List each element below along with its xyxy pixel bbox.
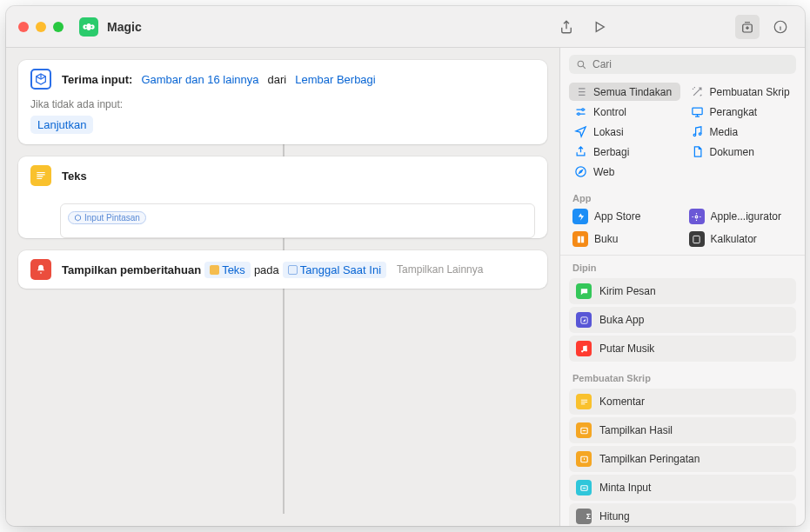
sliders-icon <box>574 105 587 118</box>
scripting-show-result[interactable]: Tampilkan Hasil <box>569 417 796 443</box>
open-app-icon <box>576 312 592 328</box>
text-input-field[interactable]: Input Pintasan <box>60 203 535 238</box>
alert-icon <box>576 451 592 467</box>
app-item-calculator[interactable]: Kalkulator <box>686 229 797 249</box>
search-icon <box>576 59 587 70</box>
pinned-send-message[interactable]: Kirim Pesan <box>569 278 796 304</box>
category-grid: Semua Tindakan Pembuatan Skrip Kontrol <box>560 77 805 186</box>
svg-point-15 <box>585 349 586 351</box>
category-location[interactable]: Lokasi <box>569 123 680 141</box>
from-word: dari <box>268 73 287 86</box>
svg-point-8 <box>693 134 696 136</box>
safari-icon <box>574 165 587 178</box>
scripting-header: Pembuatan Skrip <box>560 366 805 386</box>
music-note-icon <box>691 125 704 138</box>
svg-rect-12 <box>693 236 700 243</box>
configurator-icon <box>689 209 705 224</box>
text-icon <box>30 165 51 186</box>
info-button[interactable] <box>768 15 793 39</box>
device-icon <box>691 105 704 118</box>
share-button[interactable] <box>554 15 579 39</box>
close-button[interactable] <box>18 22 29 32</box>
svg-point-5 <box>582 109 585 111</box>
text-action-title: Teks <box>62 170 87 183</box>
continue-token[interactable]: Lanjutkan <box>30 116 93 134</box>
notification-card[interactable]: Tampilkan pemberitahuan Teks pada Tangga… <box>18 250 547 289</box>
apps-list: App Store Apple...igurator Buku <box>560 206 805 249</box>
svg-point-1 <box>90 26 92 28</box>
actions-sidebar: Semua Tindakan Pembuatan Skrip Kontrol <box>559 48 805 526</box>
wand-icon <box>691 85 704 98</box>
search-field[interactable] <box>569 55 796 74</box>
svg-point-11 <box>695 216 698 218</box>
pinned-play-music[interactable]: Putar Musik <box>569 336 796 362</box>
search-input[interactable] <box>592 58 789 70</box>
share-icon <box>574 145 587 158</box>
svg-point-4 <box>578 61 584 67</box>
text-mini-icon <box>210 265 219 275</box>
appstore-icon <box>572 209 588 224</box>
no-input-label: Jika tidak ada input: <box>30 98 535 110</box>
calculator-icon <box>689 231 705 247</box>
books-icon <box>572 231 588 247</box>
category-web[interactable]: Web <box>569 163 680 181</box>
svg-rect-7 <box>692 108 701 115</box>
app-item-appstore[interactable]: App Store <box>569 206 680 227</box>
category-documents[interactable]: Dokumen <box>686 143 797 161</box>
pill-label: Input Pintasan <box>84 213 140 223</box>
result-icon <box>576 422 592 438</box>
app-icon <box>79 17 98 37</box>
text-action-card[interactable]: Teks Input Pintasan <box>18 156 547 238</box>
window-title: Magic <box>107 20 142 34</box>
app-window: Magic Terima input: Gamb <box>6 6 805 526</box>
bell-icon <box>30 259 51 280</box>
document-icon <box>691 145 704 158</box>
pinned-header: Dipin <box>560 256 805 276</box>
category-all-actions[interactable]: Semua Tindakan <box>569 83 680 101</box>
ask-input-icon <box>576 480 592 495</box>
notify-title: Tampilkan pemberitahuan <box>62 263 201 276</box>
svg-point-14 <box>581 350 583 352</box>
traffic-lights <box>18 22 64 32</box>
calculate-icon: Σ <box>576 509 592 524</box>
svg-point-10 <box>576 167 586 176</box>
input-source-token[interactable]: Lembar Berbagi <box>290 71 381 88</box>
comment-icon <box>576 394 592 409</box>
apps-header: App <box>560 186 805 206</box>
show-more-link[interactable]: Tampilkan Lainnya <box>397 263 483 276</box>
receive-icon <box>30 69 51 90</box>
scripting-ask-input[interactable]: Minta Input <box>569 475 796 501</box>
scripting-calculate[interactable]: Σ Hitung <box>569 503 796 526</box>
music-icon <box>576 341 592 356</box>
maximize-button[interactable] <box>53 22 64 32</box>
notify-var-date[interactable]: Tanggal Saat Ini <box>283 262 386 278</box>
app-item-configurator[interactable]: Apple...igurator <box>686 206 797 227</box>
category-control[interactable]: Kontrol <box>569 103 680 121</box>
svg-point-0 <box>85 26 87 28</box>
category-scripting[interactable]: Pembuatan Skrip <box>686 83 797 101</box>
input-types-token[interactable]: Gambar dan 16 lainnya <box>136 71 264 88</box>
minimize-button[interactable] <box>36 22 46 32</box>
svg-point-9 <box>699 133 701 136</box>
workflow-canvas[interactable]: Terima input: Gambar dan 16 lainnya dari… <box>6 48 559 526</box>
location-icon <box>574 125 587 138</box>
on-word: pada <box>254 263 279 276</box>
run-button[interactable] <box>587 15 612 39</box>
shortcut-input-pill[interactable]: Input Pintasan <box>68 211 146 224</box>
scripting-comment[interactable]: Komentar <box>569 389 796 415</box>
messages-icon <box>576 283 592 299</box>
pinned-open-app[interactable]: Buka App <box>569 307 796 333</box>
titlebar: Magic <box>6 6 805 48</box>
list-icon <box>574 85 587 98</box>
calendar-mini-icon <box>288 265 298 275</box>
category-media[interactable]: Media <box>686 123 797 141</box>
notify-var-text[interactable]: Teks <box>204 262 251 278</box>
app-item-books[interactable]: Buku <box>569 229 680 249</box>
receive-label: Terima input: <box>62 73 132 86</box>
category-sharing[interactable]: Berbagi <box>569 143 680 161</box>
library-button[interactable] <box>735 15 760 39</box>
receive-input-card[interactable]: Terima input: Gambar dan 16 lainnya dari… <box>18 60 547 144</box>
svg-point-6 <box>578 113 580 116</box>
scripting-show-alert[interactable]: Tampilkan Peringatan <box>569 446 796 472</box>
category-device[interactable]: Perangkat <box>686 103 797 121</box>
